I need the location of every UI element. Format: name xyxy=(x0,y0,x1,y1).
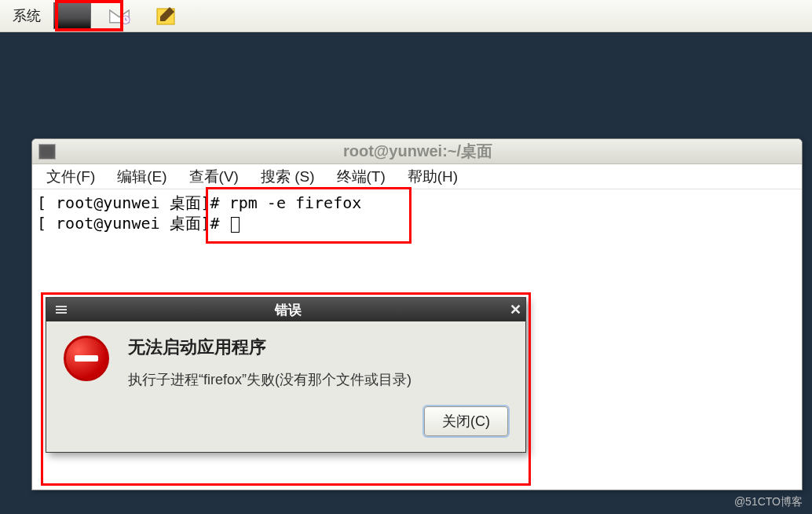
close-button[interactable]: 关闭(C) xyxy=(424,406,508,436)
terminal-titlebar[interactable]: root@yunwei:~/桌面 xyxy=(32,139,802,164)
terminal-menubar: 文件(F) 编辑(E) 查看(V) 搜索 (S) 终端(T) 帮助(H) xyxy=(32,164,802,189)
error-icon xyxy=(64,336,109,381)
dialog-heading: 无法启动应用程序 xyxy=(128,336,411,359)
taskbar: 系统 xyxy=(0,0,812,32)
command-1: rpm -e firefox xyxy=(229,193,362,212)
terminal-titlebar-icon xyxy=(38,144,56,160)
menu-help[interactable]: 帮助(H) xyxy=(400,165,466,189)
prompt-2: [ root@yunwei 桌面]# xyxy=(37,214,229,233)
menu-file[interactable]: 文件(F) xyxy=(38,165,103,189)
menu-edit[interactable]: 编辑(E) xyxy=(109,165,174,189)
terminal-body[interactable]: [ root@yunwei 桌面]# rpm -e firefox [ root… xyxy=(32,189,802,237)
terminal-title: root@yunwei:~/桌面 xyxy=(56,141,780,162)
menu-terminal[interactable]: 终端(T) xyxy=(329,165,393,189)
prompt-1: [ root@yunwei 桌面]# xyxy=(37,193,229,212)
terminal-cursor xyxy=(231,217,240,233)
taskbar-notes-icon[interactable] xyxy=(148,3,185,28)
dialog-title: 错误 xyxy=(275,301,302,319)
taskbar-mail-icon[interactable] xyxy=(101,3,138,28)
menu-search[interactable]: 搜索 (S) xyxy=(253,165,323,189)
menu-view[interactable]: 查看(V) xyxy=(181,165,247,189)
error-dialog: 错误 ✕ 无法启动应用程序 执行子进程“firefox”失败(没有那个文件或目录… xyxy=(46,297,526,453)
dialog-titlebar[interactable]: 错误 ✕ xyxy=(46,298,525,321)
watermark: @51CTO博客 xyxy=(734,495,803,509)
taskbar-terminal-icon[interactable] xyxy=(53,3,91,28)
close-icon[interactable]: ✕ xyxy=(505,301,525,318)
dialog-message: 执行子进程“firefox”失败(没有那个文件或目录) xyxy=(128,370,411,389)
system-menu[interactable]: 系统 xyxy=(13,6,41,25)
dialog-menu-icon[interactable] xyxy=(51,309,71,310)
